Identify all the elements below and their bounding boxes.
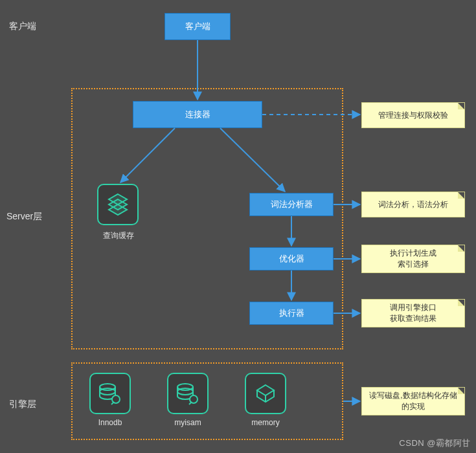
- node-client: 客户端: [164, 13, 231, 40]
- myisam-label: myisam: [170, 418, 206, 427]
- innodb-label: Innodb: [92, 418, 128, 427]
- note-optimizer: 执行计划生成 索引选择: [361, 245, 465, 273]
- watermark: CSDN @霸都阿甘: [399, 437, 471, 449]
- section-label-server: Server层: [6, 211, 42, 223]
- section-label-engine: 引擎层: [9, 399, 36, 410]
- svg-point-7: [177, 388, 193, 395]
- svg-point-4: [100, 388, 115, 395]
- node-connector: 连接器: [133, 101, 262, 128]
- cache-label: 查询缓存: [100, 230, 137, 241]
- node-optimizer: 优化器: [249, 247, 334, 271]
- section-label-client: 客户端: [9, 21, 36, 32]
- myisam-icon: [167, 373, 209, 414]
- node-lexer: 词法分析器: [249, 193, 334, 216]
- memory-icon: [245, 373, 286, 414]
- note-lexer: 词法分析，语法分析: [361, 192, 465, 217]
- innodb-icon: [89, 373, 131, 414]
- note-executor: 调用引擎接口 获取查询结果: [361, 299, 465, 327]
- svg-marker-9: [257, 385, 274, 395]
- node-executor: 执行器: [249, 302, 334, 325]
- note-engine: 读写磁盘,数据结构化存储的实现: [361, 387, 465, 415]
- cache-icon: [97, 184, 139, 225]
- note-connector: 管理连接与权限校验: [361, 102, 465, 128]
- memory-label: memory: [246, 418, 285, 427]
